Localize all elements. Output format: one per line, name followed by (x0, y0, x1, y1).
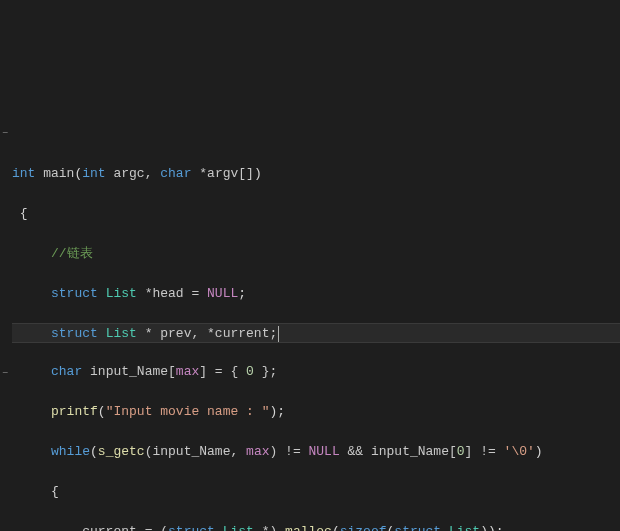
func-call: printf (51, 404, 98, 419)
code-line[interactable]: int main(int argc, char *argv[]) (12, 164, 620, 184)
code-line[interactable]: while(s_getc(input_Name, max) != NULL &&… (12, 442, 620, 462)
keyword: char (160, 166, 191, 181)
constant: NULL (309, 444, 340, 459)
code-line[interactable]: { (12, 482, 620, 502)
code-line-active[interactable]: struct List * prev, *current; (12, 323, 620, 343)
keyword: while (51, 444, 90, 459)
fold-icon[interactable]: − (0, 124, 10, 144)
type: List (215, 524, 254, 531)
code-area[interactable]: int main(int argc, char *argv[]) { //链表 … (0, 144, 620, 531)
fold-gutter: − − (0, 84, 10, 424)
code-line[interactable]: struct List *head = NULL; (12, 284, 620, 304)
text-cursor (278, 326, 279, 342)
func-name: main (43, 166, 74, 181)
type: List (98, 326, 137, 341)
constant: max (176, 364, 199, 379)
string: "Input movie name : " (106, 404, 270, 419)
keyword: struct (168, 524, 215, 531)
func-call: s_getc (98, 444, 145, 459)
keyword: struct (51, 326, 98, 341)
char-literal: '\0' (504, 444, 535, 459)
type: List (98, 286, 137, 301)
keyword: char (51, 364, 82, 379)
code-line[interactable]: //链表 (12, 244, 620, 264)
keyword: int (82, 166, 105, 181)
keyword: sizeof (340, 524, 387, 531)
comment: //链表 (51, 246, 93, 261)
code-line[interactable]: current = (struct List *) malloc(sizeof(… (12, 522, 620, 531)
code-editor[interactable]: − − int main(int argc, char *argv[]) { /… (0, 80, 620, 531)
constant: max (246, 444, 269, 459)
type: List (441, 524, 480, 531)
func-call: malloc (285, 524, 332, 531)
code-line[interactable]: { (12, 204, 620, 224)
number: 0 (457, 444, 465, 459)
number: 0 (246, 364, 254, 379)
fold-icon[interactable]: − (0, 364, 10, 384)
constant: NULL (207, 286, 238, 301)
code-line[interactable]: printf("Input movie name : "); (12, 402, 620, 422)
keyword: struct (394, 524, 441, 531)
keyword: struct (51, 286, 98, 301)
code-line[interactable]: char input_Name[max] = { 0 }; (12, 362, 620, 382)
